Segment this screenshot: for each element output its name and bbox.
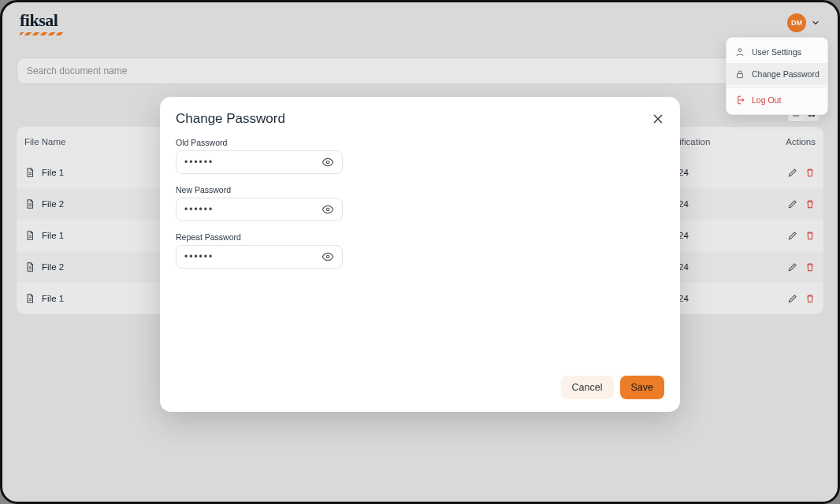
file-name: File 1 [42, 231, 64, 240]
document-icon [24, 230, 35, 241]
file-name: File 2 [42, 199, 64, 209]
search-input[interactable] [27, 65, 761, 76]
cancel-button[interactable]: Cancel [561, 376, 614, 399]
close-icon[interactable] [652, 113, 664, 125]
brand-name: fiksal [20, 10, 58, 31]
old-password-input[interactable] [184, 157, 322, 168]
lock-icon [734, 69, 745, 80]
menu-separator [727, 87, 827, 87]
user-menu: User Settings Change Password Log Out [726, 37, 828, 115]
field-label: Repeat Password [176, 232, 343, 242]
menu-change-password[interactable]: Change Password [727, 63, 827, 85]
file-name: File 1 [42, 168, 64, 177]
search-box[interactable] [17, 57, 784, 84]
brand-logo: fiksal [20, 10, 64, 35]
profile-menu-trigger[interactable]: DM [787, 13, 820, 32]
brand-underline [20, 32, 64, 35]
topbar: fiksal DM [2, 2, 838, 43]
logout-icon [734, 94, 745, 106]
repeat-password-input[interactable] [184, 251, 322, 262]
new-password-input[interactable] [184, 204, 322, 215]
document-icon [24, 261, 35, 272]
file-name: File 1 [42, 294, 64, 303]
field-label: Old Password [176, 138, 343, 147]
repeat-password-field: Repeat Password [176, 232, 343, 269]
document-icon [24, 293, 35, 304]
save-button[interactable]: Save [620, 376, 665, 399]
modal-title: Change Password [176, 111, 285, 127]
change-password-modal: Change Password Old Password New Passwor… [160, 97, 680, 412]
pencil-icon[interactable] [787, 198, 798, 209]
menu-label: User Settings [752, 47, 801, 57]
search-row [17, 57, 823, 84]
trash-icon[interactable] [805, 167, 816, 178]
menu-label: Log Out [752, 95, 781, 105]
pencil-icon[interactable] [787, 230, 798, 241]
trash-icon[interactable] [805, 198, 816, 209]
old-password-field: Old Password [176, 138, 343, 174]
svg-point-0 [738, 49, 742, 52]
col-header-actions: Actions [768, 137, 816, 146]
trash-icon[interactable] [805, 293, 816, 304]
menu-user-settings[interactable]: User Settings [727, 41, 827, 63]
file-name: File 2 [42, 262, 64, 272]
svg-point-23 [326, 161, 329, 163]
pencil-icon[interactable] [787, 167, 798, 178]
pencil-icon[interactable] [787, 261, 798, 272]
chevron-down-icon [811, 18, 820, 28]
document-icon [24, 167, 35, 178]
menu-label: Change Password [752, 69, 820, 79]
eye-icon[interactable] [322, 250, 334, 263]
document-icon [24, 198, 35, 209]
trash-icon[interactable] [805, 261, 816, 272]
pencil-icon[interactable] [787, 293, 798, 304]
svg-point-24 [326, 208, 329, 210]
menu-logout[interactable]: Log Out [727, 89, 827, 111]
new-password-field: New Password [176, 185, 343, 221]
eye-icon[interactable] [322, 203, 334, 216]
avatar: DM [787, 13, 806, 32]
eye-icon[interactable] [322, 156, 334, 169]
svg-rect-1 [738, 73, 743, 77]
field-label: New Password [176, 185, 343, 195]
svg-point-25 [326, 255, 329, 258]
trash-icon[interactable] [805, 230, 816, 241]
user-icon [734, 46, 745, 57]
